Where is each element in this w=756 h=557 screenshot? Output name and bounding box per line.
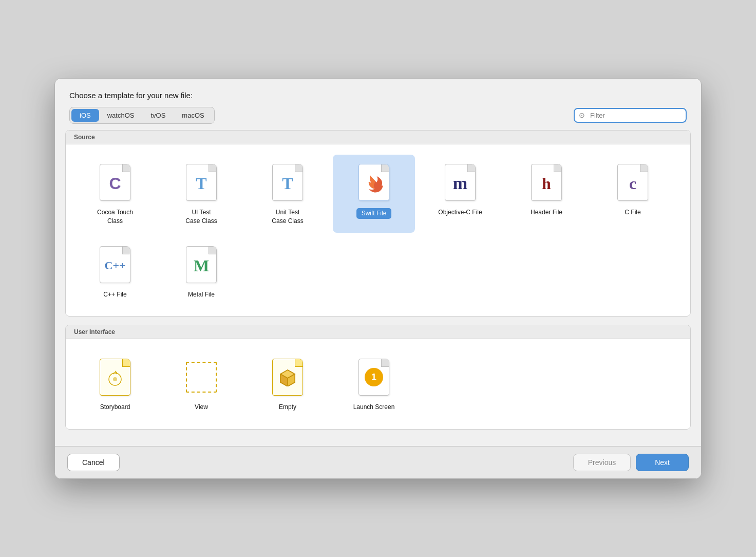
icon-objc-file: m [442, 162, 479, 203]
swift-flame-svg [364, 171, 384, 194]
user-interface-section: User Interface [65, 325, 691, 430]
content-area: Source C Cocoa TouchClass T [55, 130, 701, 446]
launch-screen-label: Launch Screen [353, 403, 395, 412]
item-c-file[interactable]: c C File [592, 155, 674, 233]
launch-badge: 1 [365, 368, 383, 386]
view-label: View [195, 403, 208, 412]
objc-letter: m [453, 175, 467, 192]
tab-section: iOS watchOS tvOS macOS ⊙ [69, 107, 687, 124]
storyboard-svg [106, 368, 124, 386]
source-section: Source C Cocoa TouchClass T [65, 130, 691, 317]
storyboard-label: Storyboard [100, 403, 130, 412]
metal-letter: M [194, 257, 209, 274]
ui-section-header: User Interface [66, 325, 690, 339]
dialog-title: Choose a template for your new file: [69, 91, 687, 100]
swift-file-label: Swift File [356, 208, 392, 219]
icon-cocoa-touch: C [97, 162, 134, 203]
cube-svg [278, 368, 297, 386]
item-metal-file[interactable]: M Metal File [160, 237, 242, 306]
icon-view [183, 357, 220, 398]
item-launch-screen[interactable]: 1 Launch Screen [333, 349, 415, 419]
c-label: C File [625, 208, 640, 217]
filter-input[interactable] [574, 108, 687, 123]
item-view[interactable]: View [160, 349, 242, 419]
objc-label: Objective-C File [438, 208, 482, 217]
tab-tvos[interactable]: tvOS [142, 109, 174, 122]
item-header-file[interactable]: h Header File [505, 155, 588, 233]
icon-cpp-file: C++ [97, 244, 134, 285]
source-items-grid: C Cocoa TouchClass T UI TestCase Class [66, 144, 690, 316]
item-empty[interactable]: Empty [247, 349, 329, 419]
cancel-button[interactable]: Cancel [67, 454, 120, 471]
view-dashed-box [186, 362, 217, 393]
dialog-header: Choose a template for your new file: iOS… [55, 79, 701, 124]
filter-icon: ⊙ [579, 111, 585, 119]
item-unit-test[interactable]: T Unit TestCase Class [247, 155, 329, 233]
cpp-label: C++ File [103, 290, 126, 299]
unit-test-letter: T [282, 175, 293, 192]
item-ui-test[interactable]: T UI TestCase Class [160, 155, 242, 233]
header-letter: h [542, 175, 551, 192]
item-swift-file[interactable]: Swift File [333, 155, 415, 233]
icon-storyboard [97, 357, 134, 398]
svg-point-1 [113, 377, 117, 381]
icon-empty [269, 357, 306, 398]
icon-c-file: c [614, 162, 651, 203]
next-button[interactable]: Next [636, 454, 689, 471]
source-section-header: Source [66, 131, 690, 144]
metal-label: Metal File [188, 290, 215, 299]
icon-metal-file: M [183, 244, 220, 285]
header-label: Header File [531, 208, 562, 217]
cpp-letter: C++ [105, 260, 126, 271]
icon-swift-file [355, 162, 392, 203]
c-letter: c [629, 175, 636, 192]
filter-wrapper: ⊙ [574, 108, 687, 123]
item-storyboard[interactable]: Storyboard [74, 349, 156, 419]
platform-tab-bar: iOS watchOS tvOS macOS [69, 107, 215, 124]
footer-right: Previous Next [573, 454, 689, 471]
tab-macos[interactable]: macOS [174, 109, 212, 122]
tab-ios[interactable]: iOS [71, 109, 99, 122]
template-dialog: Choose a template for your new file: iOS… [54, 78, 702, 479]
icon-unit-test: T [269, 162, 306, 203]
icon-launch-screen: 1 [355, 357, 392, 398]
dialog-footer: Cancel Previous Next [55, 446, 701, 478]
ui-test-label: UI TestCase Class [185, 208, 217, 226]
cocoa-touch-label: Cocoa TouchClass [97, 208, 133, 226]
cocoa-touch-letter: C [109, 175, 121, 192]
item-cpp-file[interactable]: C++ C++ File [74, 237, 156, 306]
item-cocoa-touch[interactable]: C Cocoa TouchClass [74, 155, 156, 233]
tab-watchos[interactable]: watchOS [99, 109, 143, 122]
ui-items-grid: Storyboard View [66, 339, 690, 429]
unit-test-label: Unit TestCase Class [272, 208, 303, 226]
icon-ui-test: T [183, 162, 220, 203]
item-objc-file[interactable]: m Objective-C File [419, 155, 501, 233]
previous-button[interactable]: Previous [573, 454, 631, 471]
icon-header-file: h [528, 162, 565, 203]
empty-label: Empty [279, 403, 296, 412]
ui-test-letter: T [196, 175, 206, 192]
